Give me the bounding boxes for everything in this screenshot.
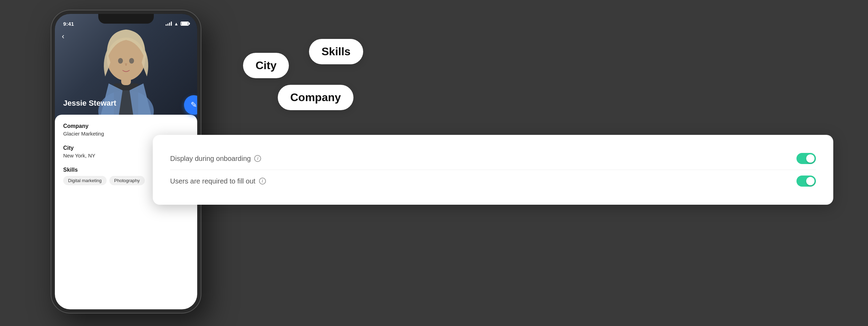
company-label: Company <box>63 123 189 129</box>
display-onboarding-label: Display during onboarding i <box>170 155 261 163</box>
wifi-icon: ▲ <box>174 21 178 26</box>
edit-button[interactable]: ✎ <box>184 95 197 115</box>
settings-panel: Display during onboarding i Users are re… <box>153 135 833 205</box>
phone-volume-up-button <box>51 83 52 106</box>
phone-volume-mute-button <box>51 63 52 76</box>
back-button[interactable]: ‹ <box>62 32 64 41</box>
svg-point-4 <box>118 58 123 64</box>
phone-power-button <box>200 90 201 122</box>
edit-icon: ✎ <box>191 100 197 109</box>
battery-icon <box>181 22 189 26</box>
person-name: Jessie Stewart <box>63 99 116 108</box>
display-onboarding-row: Display during onboarding i <box>170 147 816 170</box>
svg-point-5 <box>129 58 134 64</box>
bubble-skills: Skills <box>309 39 363 64</box>
status-time: 9:41 <box>63 21 74 27</box>
status-icons: ▲ <box>166 21 189 26</box>
bubble-company: Company <box>278 85 353 110</box>
phone-notch <box>98 14 154 24</box>
bubble-city: City <box>243 53 289 78</box>
person-avatar <box>88 21 164 125</box>
phone-volume-down-button <box>51 111 52 133</box>
required-fill-row: Users are required to fill out i <box>170 170 816 192</box>
skill-tag: Photography <box>109 176 145 185</box>
required-fill-label: Users are required to fill out i <box>170 177 266 185</box>
display-onboarding-info-icon[interactable]: i <box>254 155 261 162</box>
hero-image: Jessie Stewart ✎ <box>55 14 197 125</box>
display-onboarding-toggle[interactable] <box>796 153 816 164</box>
signal-icon <box>166 22 172 26</box>
required-fill-info-icon[interactable]: i <box>259 178 266 185</box>
skill-tag: Digital marketing <box>63 176 107 185</box>
required-fill-toggle[interactable] <box>796 176 816 187</box>
